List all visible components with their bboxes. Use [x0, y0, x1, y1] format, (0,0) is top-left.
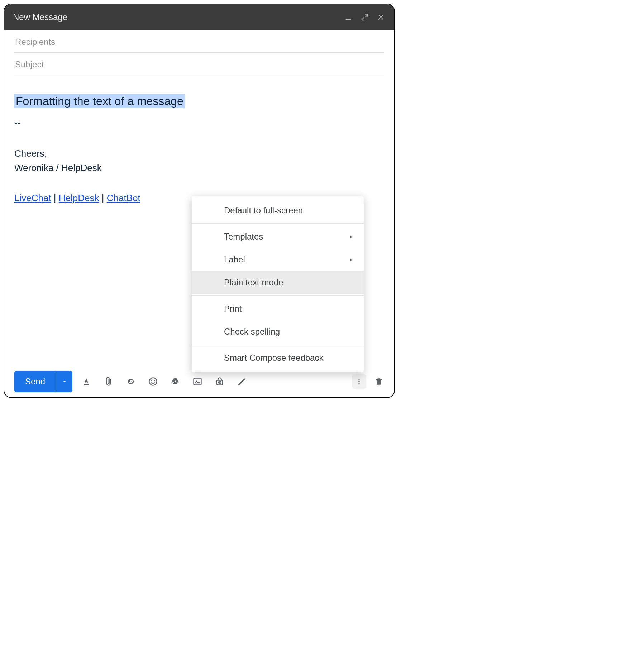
- subject-input[interactable]: [14, 59, 384, 70]
- insert-drive-button[interactable]: [170, 376, 181, 387]
- link-sep: |: [99, 193, 107, 203]
- menu-label[interactable]: Label: [192, 248, 364, 271]
- more-options-menu: Default to full-screen Templates Label P…: [192, 196, 364, 372]
- emoji-icon: [148, 377, 158, 387]
- window-controls: [344, 13, 386, 22]
- signature-block: Cheers, Weronika / HelpDesk: [14, 146, 384, 175]
- svg-point-9: [358, 383, 360, 385]
- menu-templates[interactable]: Templates: [192, 225, 364, 248]
- drive-icon: [170, 377, 180, 387]
- menu-item-label: Smart Compose feedback: [224, 353, 323, 363]
- image-icon: [192, 377, 202, 387]
- expand-icon: [361, 13, 369, 21]
- minimize-icon: [344, 13, 352, 21]
- close-icon: [377, 13, 385, 21]
- menu-separator: [192, 295, 364, 296]
- menu-separator: [192, 223, 364, 224]
- subject-row: [14, 53, 384, 75]
- send-button[interactable]: Send: [14, 371, 56, 392]
- trash-icon: [374, 377, 383, 386]
- selected-text: Formatting the text of a message: [14, 94, 185, 108]
- window-title: New Message: [13, 12, 67, 22]
- send-group: Send: [14, 371, 72, 392]
- insert-image-button[interactable]: [192, 376, 203, 387]
- formatting-tools: [81, 376, 343, 387]
- menu-smart-compose[interactable]: Smart Compose feedback: [192, 346, 364, 369]
- link-livechat[interactable]: LiveChat: [14, 193, 51, 203]
- svg-point-3: [154, 380, 155, 381]
- menu-item-label: Check spelling: [224, 327, 280, 337]
- compose-toolbar: Send: [4, 371, 394, 392]
- svg-point-2: [151, 380, 152, 381]
- text-format-button[interactable]: [81, 376, 92, 387]
- paperclip-icon: [104, 377, 114, 387]
- more-options-button[interactable]: [352, 374, 366, 389]
- svg-point-8: [358, 381, 360, 382]
- recipients-input[interactable]: [14, 37, 384, 47]
- toolbar-right: [352, 374, 384, 389]
- header-fields: [4, 30, 394, 75]
- svg-rect-0: [346, 19, 351, 20]
- lock-clock-icon: [215, 377, 225, 387]
- menu-check-spelling[interactable]: Check spelling: [192, 320, 364, 343]
- menu-print[interactable]: Print: [192, 297, 364, 320]
- link-helpdesk[interactable]: HelpDesk: [59, 193, 99, 203]
- text-format-icon: [81, 377, 91, 387]
- menu-plain-text[interactable]: Plain text mode: [192, 271, 364, 294]
- link-chatbot[interactable]: ChatBot: [107, 193, 140, 203]
- attach-file-button[interactable]: [103, 376, 114, 387]
- titlebar: New Message: [4, 4, 394, 30]
- fullscreen-button[interactable]: [361, 13, 369, 22]
- chevron-right-icon: [349, 232, 354, 242]
- recipients-row: [14, 30, 384, 53]
- svg-point-7: [358, 379, 360, 380]
- menu-item-label: Print: [224, 304, 242, 314]
- svg-point-1: [149, 378, 157, 385]
- link-sep: |: [51, 193, 59, 203]
- confidential-mode-button[interactable]: [214, 376, 225, 387]
- menu-item-label: Default to full-screen: [224, 205, 303, 216]
- menu-separator: [192, 345, 364, 345]
- menu-item-label: Label: [224, 255, 245, 265]
- message-body[interactable]: Formatting the text of a message -- Chee…: [4, 75, 394, 205]
- discard-draft-button[interactable]: [373, 376, 384, 387]
- more-vertical-icon: [355, 378, 363, 385]
- close-button[interactable]: [377, 13, 386, 22]
- pen-icon: [237, 377, 247, 387]
- insert-link-button[interactable]: [125, 376, 136, 387]
- minimize-button[interactable]: [344, 13, 353, 22]
- chevron-down-icon: [62, 379, 67, 384]
- menu-item-label: Plain text mode: [224, 278, 283, 288]
- menu-default-fullscreen[interactable]: Default to full-screen: [192, 199, 364, 222]
- signature-cheers: Cheers,: [14, 146, 384, 161]
- link-icon: [126, 377, 136, 387]
- signature-name: Weronika / HelpDesk: [14, 161, 384, 175]
- chevron-right-icon: [349, 255, 354, 265]
- insert-signature-button[interactable]: [237, 376, 247, 387]
- compose-window: New Message Formatting the text of a mes…: [4, 4, 395, 398]
- menu-item-label: Templates: [224, 232, 263, 242]
- send-options-button[interactable]: [56, 371, 72, 392]
- signature-separator: --: [14, 115, 384, 130]
- insert-emoji-button[interactable]: [148, 376, 158, 387]
